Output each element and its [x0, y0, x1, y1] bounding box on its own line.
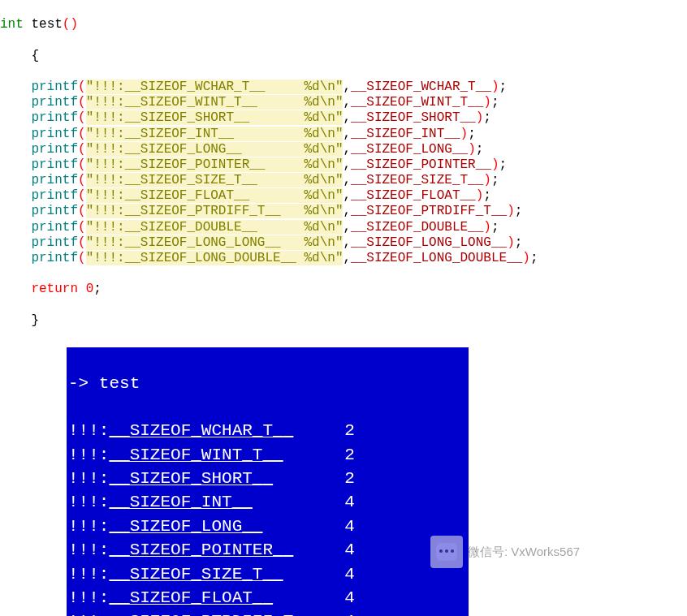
- macro-value: 2: [344, 421, 355, 440]
- macro-name: __SIZEOF_PTRDIFF_T__: [109, 612, 313, 616]
- code-line-return: return 0;: [0, 282, 687, 297]
- code-line-printf: printf("!!!:__SIZEOF_POINTER__ %d\n",__S…: [0, 157, 687, 173]
- macro-name: __SIZEOF_SHORT__: [109, 469, 273, 488]
- string-literal: "!!!:__SIZEOF_LONG__ %d\n": [86, 142, 344, 157]
- macro-name: __SIZEOF_FLOAT__: [109, 588, 273, 607]
- string-literal: "!!!:__SIZEOF_POINTER__ %d\n": [86, 157, 344, 172]
- macro-argument: __SIZEOF_DOUBLE__: [351, 220, 483, 235]
- string-literal: "!!!:__SIZEOF_WCHAR_T__ %d\n": [86, 80, 344, 94]
- macro-argument: __SIZEOF_PTRDIFF_T__: [351, 204, 507, 218]
- macro-argument: __SIZEOF_SIZE_T__: [351, 173, 483, 187]
- macro-argument: __SIZEOF_WINT_T__: [351, 95, 483, 110]
- macro-value: 2: [344, 446, 355, 464]
- printf-call: printf: [31, 173, 78, 187]
- code-line-printf: printf("!!!:__SIZEOF_INT__ %d\n",__SIZEO…: [0, 127, 687, 142]
- macro-argument: __SIZEOF_LONG__: [351, 142, 468, 157]
- terminal-output-line: !!!:__SIZEOF_POINTER__ 4: [68, 538, 467, 562]
- string-literal: "!!!:__SIZEOF_SIZE_T__ %d\n": [86, 173, 344, 187]
- printf-call: printf: [31, 188, 78, 203]
- macro-argument: __SIZEOF_INT__: [351, 127, 460, 141]
- code-line-printf: printf("!!!:__SIZEOF_WCHAR_T__ %d\n",__S…: [0, 80, 687, 95]
- macro-name: __SIZEOF_SIZE_T__: [109, 565, 283, 584]
- macro-value: 4: [344, 493, 355, 511]
- terminal-output-line: !!!:__SIZEOF_PTRDIFF_T__ 4: [68, 610, 467, 616]
- macro-value: 4: [344, 517, 355, 536]
- code-line-printf: printf("!!!:__SIZEOF_LONG__ %d\n",__SIZE…: [0, 142, 687, 157]
- code-line-printf: printf("!!!:__SIZEOF_LONG_LONG__ %d\n",_…: [0, 235, 687, 251]
- printf-call: printf: [31, 220, 78, 235]
- code-line-printf: printf("!!!:__SIZEOF_LONG_DOUBLE__ %d\n"…: [0, 251, 687, 266]
- watermark-text: 微信号: VxWorks567: [468, 545, 580, 559]
- terminal-output-line: !!!:__SIZEOF_WINT_T__ 2: [68, 443, 467, 467]
- string-literal: "!!!:__SIZEOF_FLOAT__ %d\n": [86, 188, 344, 203]
- macro-name: __SIZEOF_WINT_T__: [109, 446, 283, 464]
- printf-call: printf: [31, 204, 78, 218]
- macro-name: __SIZEOF_INT__: [109, 493, 252, 511]
- terminal-output-line: !!!:__SIZEOF_SIZE_T__ 4: [68, 562, 467, 586]
- code-line-printf: printf("!!!:__SIZEOF_FLOAT__ %d\n",__SIZ…: [0, 188, 687, 204]
- macro-name: __SIZEOF_WCHAR_T__: [109, 421, 293, 440]
- terminal-output-line: !!!:__SIZEOF_INT__ 4: [68, 490, 467, 514]
- printf-call: printf: [31, 80, 78, 94]
- macro-value: 4: [344, 612, 355, 616]
- terminal-output: -> test !!!:__SIZEOF_WCHAR_T__ 2!!!:__SI…: [67, 347, 469, 616]
- macro-argument: __SIZEOF_FLOAT__: [351, 188, 476, 203]
- macro-name: __SIZEOF_POINTER__: [109, 541, 293, 559]
- terminal-output-line: !!!:__SIZEOF_SHORT__ 2: [68, 467, 467, 490]
- macro-name: __SIZEOF_LONG__: [109, 517, 262, 536]
- code-line-printf: printf("!!!:__SIZEOF_DOUBLE__ %d\n",__SI…: [0, 220, 687, 235]
- terminal-output-line: !!!:__SIZEOF_WCHAR_T__ 2: [68, 419, 467, 442]
- string-literal: "!!!:__SIZEOF_LONG_LONG__ %d\n": [86, 235, 344, 250]
- macro-argument: __SIZEOF_WCHAR_T__: [351, 80, 491, 94]
- string-literal: "!!!:__SIZEOF_INT__ %d\n": [86, 127, 344, 141]
- macro-value: 4: [344, 565, 355, 584]
- terminal-output-line: !!!:__SIZEOF_FLOAT__ 4: [68, 586, 467, 610]
- string-literal: "!!!:__SIZEOF_DOUBLE__ %d\n": [86, 220, 344, 235]
- printf-call: printf: [31, 157, 78, 172]
- macro-value: 2: [344, 469, 355, 488]
- printf-call: printf: [31, 235, 78, 250]
- macro-argument: __SIZEOF_POINTER__: [351, 157, 491, 172]
- printf-call: printf: [31, 251, 78, 265]
- string-literal: "!!!:__SIZEOF_SHORT__ %d\n": [86, 110, 344, 125]
- code-line-close-brace: }: [0, 313, 687, 329]
- terminal-command-line: -> test: [68, 372, 467, 395]
- code-line-printf: printf("!!!:__SIZEOF_SHORT__ %d\n",__SIZ…: [0, 110, 687, 126]
- code-line-open-brace: {: [0, 49, 687, 64]
- macro-argument: __SIZEOF_SHORT__: [351, 110, 476, 125]
- code-line-decl: int test(): [0, 17, 687, 32]
- code-line-printf: printf("!!!:__SIZEOF_SIZE_T__ %d\n",__SI…: [0, 173, 687, 188]
- function-name: test: [31, 17, 62, 32]
- code-line-printf: printf("!!!:__SIZEOF_PTRDIFF_T__ %d\n",_…: [0, 204, 687, 219]
- source-code: int test() { printf("!!!:__SIZEOF_WCHAR_…: [0, 0, 687, 347]
- terminal-output-line: !!!:__SIZEOF_LONG__ 4: [68, 515, 467, 538]
- printf-call: printf: [31, 95, 78, 110]
- code-line-printf: printf("!!!:__SIZEOF_WINT_T__ %d\n",__SI…: [0, 95, 687, 110]
- macro-value: 4: [344, 588, 355, 607]
- macro-argument: __SIZEOF_LONG_DOUBLE__: [351, 251, 522, 265]
- printf-call: printf: [31, 127, 78, 141]
- string-literal: "!!!:__SIZEOF_LONG_DOUBLE__ %d\n": [86, 251, 344, 265]
- type-keyword: int: [0, 17, 24, 32]
- printf-call: printf: [31, 142, 78, 157]
- macro-value: 4: [344, 541, 355, 559]
- parens: (): [63, 17, 78, 32]
- printf-call: printf: [31, 110, 78, 125]
- string-literal: "!!!:__SIZEOF_PTRDIFF_T__ %d\n": [86, 204, 344, 218]
- string-literal: "!!!:__SIZEOF_WINT_T__ %d\n": [86, 95, 344, 110]
- macro-argument: __SIZEOF_LONG_LONG__: [351, 235, 507, 250]
